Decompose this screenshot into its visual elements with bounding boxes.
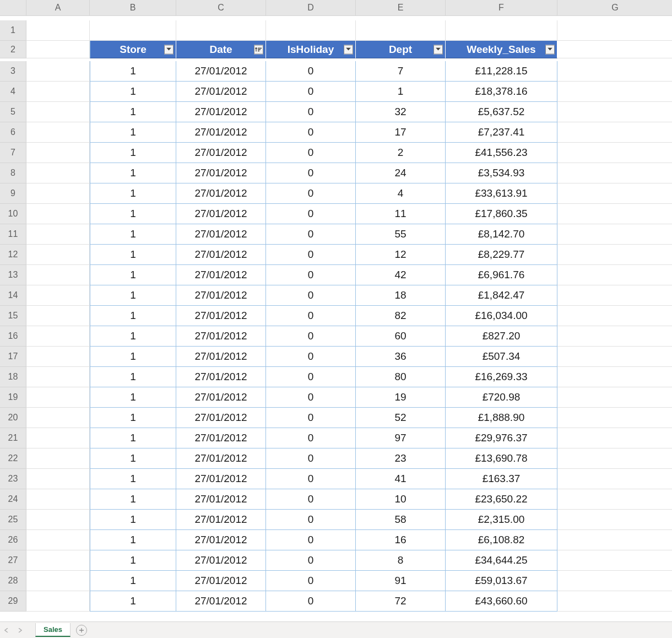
- cell[interactable]: [26, 265, 90, 285]
- cell[interactable]: [557, 265, 672, 285]
- data-cell[interactable]: £29,976.37: [446, 428, 557, 448]
- cell[interactable]: [557, 489, 672, 510]
- cell[interactable]: [557, 20, 672, 41]
- data-cell[interactable]: £720.98: [446, 387, 557, 408]
- data-cell[interactable]: 1: [90, 510, 176, 530]
- spreadsheet-grid[interactable]: ABCDEFG12StoreDateIsHolidayDeptWeekly_Sa…: [0, 0, 672, 612]
- data-cell[interactable]: 1: [90, 204, 176, 224]
- data-cell[interactable]: 0: [266, 408, 356, 428]
- cell[interactable]: [557, 306, 672, 326]
- column-header[interactable]: A: [26, 0, 90, 16]
- filter-dropdown-icon[interactable]: [545, 45, 555, 54]
- data-cell[interactable]: £59,013.67: [446, 571, 557, 591]
- data-cell[interactable]: 91: [356, 571, 446, 591]
- data-cell[interactable]: 55: [356, 224, 446, 245]
- data-cell[interactable]: £6,961.76: [446, 265, 557, 285]
- data-cell[interactable]: 27/01/2012: [176, 469, 266, 489]
- data-cell[interactable]: 27/01/2012: [176, 489, 266, 510]
- data-cell[interactable]: 0: [266, 489, 356, 510]
- row-header[interactable]: 11: [0, 224, 26, 245]
- data-cell[interactable]: £6,108.82: [446, 530, 557, 550]
- row-header[interactable]: 23: [0, 469, 26, 489]
- row-header[interactable]: 1: [0, 20, 26, 41]
- data-cell[interactable]: 27/01/2012: [176, 285, 266, 306]
- data-cell[interactable]: 0: [266, 387, 356, 408]
- data-cell[interactable]: 52: [356, 408, 446, 428]
- data-cell[interactable]: 18: [356, 285, 446, 306]
- filter-dropdown-icon[interactable]: [433, 45, 443, 54]
- select-all-corner[interactable]: [0, 0, 26, 16]
- row-header[interactable]: 29: [0, 591, 26, 612]
- cell[interactable]: [446, 20, 557, 41]
- cell[interactable]: [26, 469, 90, 489]
- filter-sort-icon[interactable]: [254, 45, 263, 54]
- row-header[interactable]: 10: [0, 204, 26, 224]
- data-cell[interactable]: 0: [266, 61, 356, 82]
- data-cell[interactable]: 17: [356, 122, 446, 143]
- data-cell[interactable]: 1: [90, 408, 176, 428]
- cell[interactable]: [557, 245, 672, 265]
- data-cell[interactable]: 27/01/2012: [176, 224, 266, 245]
- cell[interactable]: [557, 204, 672, 224]
- cell[interactable]: [26, 102, 90, 122]
- data-cell[interactable]: 24: [356, 163, 446, 183]
- row-header[interactable]: 27: [0, 550, 26, 571]
- data-cell[interactable]: 27/01/2012: [176, 550, 266, 571]
- row-header[interactable]: 3: [0, 61, 26, 82]
- data-cell[interactable]: 1: [90, 306, 176, 326]
- cell[interactable]: [356, 20, 446, 41]
- data-cell[interactable]: £16,034.00: [446, 306, 557, 326]
- cell[interactable]: [90, 20, 176, 41]
- data-cell[interactable]: 0: [266, 245, 356, 265]
- data-cell[interactable]: 72: [356, 591, 446, 612]
- data-cell[interactable]: 1: [90, 265, 176, 285]
- data-cell[interactable]: £5,637.52: [446, 102, 557, 122]
- filter-dropdown-icon[interactable]: [164, 45, 174, 54]
- data-cell[interactable]: 23: [356, 448, 446, 469]
- data-cell[interactable]: 1: [90, 550, 176, 571]
- data-cell[interactable]: 0: [266, 530, 356, 550]
- row-header[interactable]: 22: [0, 448, 26, 469]
- data-cell[interactable]: 27/01/2012: [176, 245, 266, 265]
- cell[interactable]: [26, 448, 90, 469]
- column-header[interactable]: D: [266, 0, 356, 16]
- data-cell[interactable]: 0: [266, 122, 356, 143]
- cell[interactable]: [26, 408, 90, 428]
- data-cell[interactable]: 1: [90, 428, 176, 448]
- cell[interactable]: [557, 102, 672, 122]
- cell[interactable]: [557, 469, 672, 489]
- tab-next-icon[interactable]: [17, 627, 23, 634]
- data-cell[interactable]: 1: [90, 326, 176, 347]
- data-cell[interactable]: 36: [356, 347, 446, 367]
- cell[interactable]: [557, 571, 672, 591]
- cell[interactable]: [26, 326, 90, 347]
- data-cell[interactable]: £23,650.22: [446, 489, 557, 510]
- cell[interactable]: [557, 448, 672, 469]
- data-cell[interactable]: 7: [356, 61, 446, 82]
- table-header-cell[interactable]: Weekly_Sales: [446, 41, 557, 58]
- row-header[interactable]: 20: [0, 408, 26, 428]
- data-cell[interactable]: £3,534.93: [446, 163, 557, 183]
- data-cell[interactable]: 0: [266, 367, 356, 387]
- data-cell[interactable]: £2,315.00: [446, 510, 557, 530]
- cell[interactable]: [26, 306, 90, 326]
- row-header[interactable]: 18: [0, 367, 26, 387]
- cell[interactable]: [26, 82, 90, 102]
- data-cell[interactable]: £7,237.41: [446, 122, 557, 143]
- row-header[interactable]: 4: [0, 82, 26, 102]
- data-cell[interactable]: £33,613.91: [446, 183, 557, 204]
- column-header[interactable]: B: [90, 0, 176, 16]
- cell[interactable]: [557, 530, 672, 550]
- data-cell[interactable]: 1: [356, 82, 446, 102]
- data-cell[interactable]: 80: [356, 367, 446, 387]
- data-cell[interactable]: 42: [356, 265, 446, 285]
- data-cell[interactable]: £8,142.70: [446, 224, 557, 245]
- data-cell[interactable]: £11,228.15: [446, 61, 557, 82]
- row-header[interactable]: 19: [0, 387, 26, 408]
- data-cell[interactable]: 27/01/2012: [176, 306, 266, 326]
- column-header[interactable]: G: [557, 0, 672, 16]
- cell[interactable]: [557, 41, 672, 58]
- cell[interactable]: [26, 550, 90, 571]
- data-cell[interactable]: 0: [266, 347, 356, 367]
- data-cell[interactable]: 1: [90, 530, 176, 550]
